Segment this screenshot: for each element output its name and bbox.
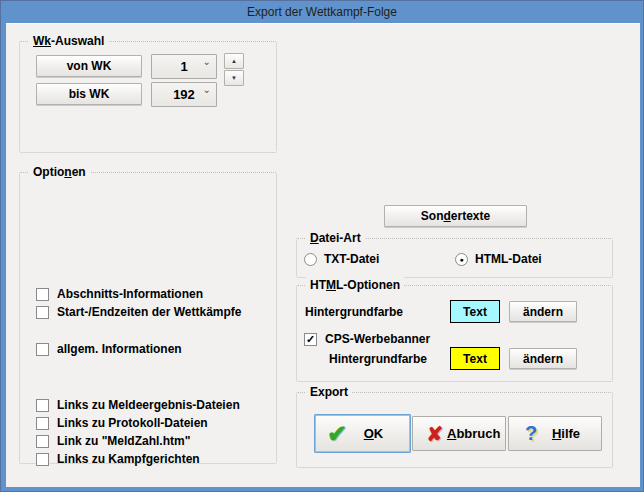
- banner-color-preview: Text: [450, 347, 500, 370]
- x-cancel-icon: ✘: [423, 422, 447, 446]
- checkbox-links-meldeergebnis[interactable]: Links zu Meldeergebnis-Dateien: [36, 397, 240, 413]
- checkbox-links-kampfgerichten[interactable]: Links zu Kampfgerichten: [36, 451, 200, 467]
- sondertexte-button[interactable]: Sondertexte: [384, 205, 527, 227]
- group-export-label: Export: [306, 384, 352, 400]
- checkbox-icon[interactable]: [36, 417, 49, 430]
- spinner-down-button[interactable]: ▼: [224, 70, 244, 86]
- abbruch-button[interactable]: ✘ Abbruch: [412, 416, 506, 451]
- group-html-optionen-label: HTML-Optionen: [306, 277, 404, 293]
- checkbox-start-endzeiten[interactable]: Start-/Endzeiten der Wettkämpfe: [36, 304, 241, 320]
- bg-color-preview: Text: [450, 300, 500, 323]
- checkbox-links-protokoll[interactable]: Links zu Protokoll-Dateien: [36, 415, 208, 431]
- checkbox-icon[interactable]: [36, 435, 49, 448]
- chevron-down-icon: ⌄: [203, 56, 211, 67]
- window-title: Export der Wettkampf-Folge: [247, 5, 397, 19]
- aendern-banner-button[interactable]: ändern: [509, 348, 577, 369]
- checkbox-icon[interactable]: [36, 453, 49, 466]
- checkbox-allgem-informationen[interactable]: allgem. Informationen: [36, 341, 182, 357]
- checkbox-abschnitts-informationen[interactable]: Abschnitts-Informationen: [36, 286, 203, 302]
- checkmark-icon: ✔: [325, 420, 349, 448]
- dialog-window: Export der Wettkampf-Folge Wk-Auswahl vo…: [0, 0, 644, 492]
- arrow-down-icon: ▼: [231, 75, 237, 81]
- group-wk-auswahl-label: Wk-Auswahl: [29, 33, 108, 49]
- bis-wk-value: 192: [173, 87, 195, 102]
- checkbox-icon[interactable]: [36, 288, 49, 301]
- aendern-bg-button[interactable]: ändern: [509, 301, 577, 322]
- banner-hintergrundfarbe-label: Hintergrundfarbe: [329, 352, 427, 366]
- radio-txt-datei[interactable]: TXT-Datei: [304, 252, 379, 266]
- checkbox-link-meldzahl[interactable]: Link zu "MeldZahl.htm": [36, 433, 190, 449]
- von-wk-dropdown[interactable]: 1 ⌄: [151, 54, 217, 79]
- bis-wk-button[interactable]: bis WK: [36, 83, 142, 105]
- wk-spinner: ▲ ▼: [224, 53, 244, 87]
- checkbox-icon[interactable]: [36, 343, 49, 356]
- checkbox-checked-icon[interactable]: ✓: [304, 333, 317, 346]
- von-wk-value: 1: [180, 59, 187, 74]
- chevron-down-icon: ⌄: [203, 84, 211, 95]
- spinner-up-button[interactable]: ▲: [224, 53, 244, 69]
- group-datei-art-label: Datei-Art: [306, 230, 365, 246]
- arrow-up-icon: ▲: [231, 58, 237, 64]
- ok-button[interactable]: ✔ OK: [314, 414, 411, 453]
- group-optionen-label: Optionen: [29, 164, 90, 180]
- hintergrundfarbe-label: Hintergrundfarbe: [305, 305, 403, 319]
- checkbox-icon[interactable]: [36, 306, 49, 319]
- bis-wk-dropdown[interactable]: 192 ⌄: [151, 82, 217, 107]
- question-mark-icon: ?: [519, 422, 543, 445]
- radio-icon[interactable]: ●: [455, 253, 468, 266]
- title-bar[interactable]: Export der Wettkampf-Folge: [1, 1, 643, 23]
- hilfe-button[interactable]: ? Hilfe: [508, 416, 602, 451]
- von-wk-button[interactable]: von WK: [36, 55, 142, 77]
- checkbox-icon[interactable]: [36, 399, 49, 412]
- checkbox-cps-werbebanner[interactable]: ✓ CPS-Werbebanner: [304, 331, 430, 347]
- dialog-client-area: Wk-Auswahl von WK 1 ⌄ ▲ ▼ bis WK 192 ⌄: [6, 23, 640, 487]
- radio-html-datei[interactable]: ● HTML-Datei: [455, 252, 542, 266]
- radio-icon[interactable]: [304, 253, 317, 266]
